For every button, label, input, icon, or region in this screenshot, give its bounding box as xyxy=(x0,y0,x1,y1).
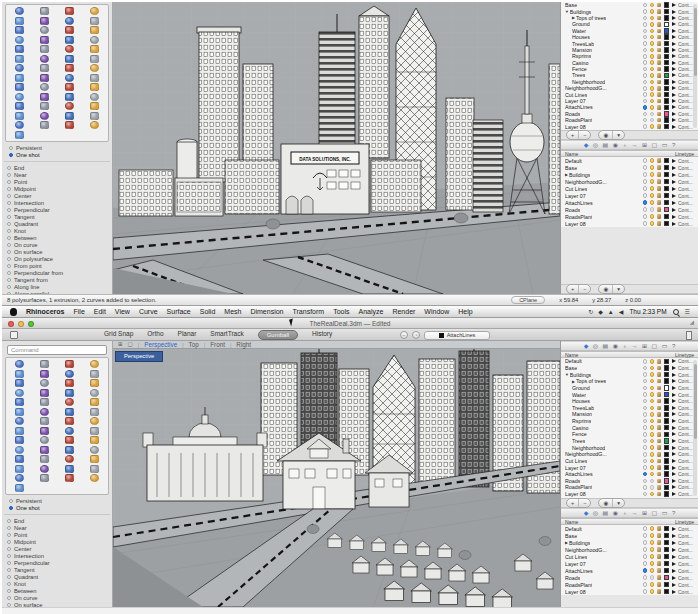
tool-icon[interactable] xyxy=(65,74,74,82)
color-swatch[interactable] xyxy=(664,452,670,458)
menu-item-dimension[interactable]: Dimension xyxy=(250,308,283,315)
layer-row-ground[interactable]: GroundCont... xyxy=(561,385,698,392)
color-swatch[interactable] xyxy=(664,60,670,66)
tool-icon[interactable] xyxy=(40,64,49,72)
layer-row-buildings[interactable]: ▼BuildingsCont... xyxy=(561,371,698,378)
panel-icon[interactable]: ◆ xyxy=(584,343,589,349)
color-swatch[interactable] xyxy=(664,193,670,199)
current-layer-radio[interactable] xyxy=(643,207,648,212)
tool-icon[interactable] xyxy=(65,121,74,129)
panel-icon[interactable]: → xyxy=(632,510,638,516)
zoom-button[interactable] xyxy=(28,321,34,327)
current-layer-radio[interactable] xyxy=(643,386,648,391)
color-swatch[interactable] xyxy=(664,186,670,192)
visibility-bulb-icon[interactable] xyxy=(650,73,655,78)
layer-row-mansion[interactable]: MansionCont... xyxy=(561,47,698,53)
lock-pen-icon[interactable] xyxy=(657,582,662,587)
color-swatch[interactable] xyxy=(664,92,670,98)
checkbox-icon[interactable] xyxy=(7,222,11,226)
lock-pen-icon[interactable] xyxy=(657,419,662,424)
radio-icon[interactable] xyxy=(9,499,13,503)
visibility-bulb-icon[interactable] xyxy=(650,568,655,573)
lock-pen-icon[interactable] xyxy=(657,492,662,497)
visibility-bulb-icon[interactable] xyxy=(650,472,655,477)
visibility-bulb-icon[interactable] xyxy=(650,193,655,198)
layer-row-layer-08[interactable]: Layer 08Cont... xyxy=(561,491,698,498)
tool-icon[interactable] xyxy=(65,26,74,34)
layer-row-cut-lines[interactable]: Cut LinesCont... xyxy=(561,458,698,465)
current-layer-radio[interactable] xyxy=(643,158,648,163)
tool-icon[interactable] xyxy=(40,389,49,397)
visibility-bulb-icon[interactable] xyxy=(650,399,655,404)
layer-row-neighborhood[interactable]: NeighborhoodCont... xyxy=(561,79,698,85)
lock-pen-icon[interactable] xyxy=(657,165,662,170)
tool-icon[interactable] xyxy=(90,408,99,416)
current-layer-radio[interactable] xyxy=(643,193,648,198)
visibility-bulb-icon[interactable] xyxy=(650,179,655,184)
osnap-between[interactable]: Between xyxy=(2,588,112,595)
checkbox-icon[interactable] xyxy=(7,264,11,268)
osnap-on-curve[interactable]: On curve xyxy=(2,595,112,602)
current-layer-radio[interactable] xyxy=(643,118,648,123)
color-swatch[interactable] xyxy=(664,124,670,130)
current-layer-radio[interactable] xyxy=(643,568,648,573)
filter-button[interactable]: ◉ xyxy=(599,285,613,293)
color-swatch[interactable] xyxy=(664,526,670,532)
tool-icon[interactable] xyxy=(40,408,49,416)
menu-item-tools[interactable]: Tools xyxy=(333,308,349,315)
visibility-bulb-icon[interactable] xyxy=(650,589,655,594)
color-swatch[interactable] xyxy=(664,432,670,438)
visibility-bulb-icon[interactable] xyxy=(650,92,655,97)
current-layer-radio[interactable] xyxy=(643,582,648,587)
layer-row-attachlines[interactable]: AttachLinesCont... xyxy=(561,567,698,574)
visibility-bulb-icon[interactable] xyxy=(650,9,655,14)
lock-pen-icon[interactable] xyxy=(657,459,662,464)
single-view-icon[interactable]: ▢ xyxy=(128,342,133,348)
tool-icon[interactable] xyxy=(15,417,24,425)
visibility-bulb-icon[interactable] xyxy=(650,200,655,205)
layer-row-base[interactable]: BaseCont... xyxy=(561,2,698,8)
layer-row-roadsplant[interactable]: RoadsPlantCont... xyxy=(561,581,698,588)
viewport-tab-right[interactable]: Right xyxy=(236,341,251,348)
lock-pen-icon[interactable] xyxy=(657,105,662,110)
panel-icon[interactable]: ◉ xyxy=(613,343,618,349)
color-swatch[interactable] xyxy=(664,200,670,206)
color-swatch[interactable] xyxy=(664,405,670,411)
lock-pen-icon[interactable] xyxy=(657,118,662,123)
layer-row-roads[interactable]: RoadsCont... xyxy=(561,206,698,213)
color-swatch[interactable] xyxy=(664,66,670,72)
layer-row-base[interactable]: BaseCont... xyxy=(561,164,698,171)
lock-pen-icon[interactable] xyxy=(657,425,662,430)
viewport-bottom[interactable]: Perspective xyxy=(113,349,560,607)
menu-item-edit[interactable]: Edit xyxy=(94,308,106,315)
current-layer-radio[interactable] xyxy=(643,112,648,117)
tool-icon[interactable] xyxy=(15,370,24,378)
tool-icon[interactable] xyxy=(15,474,24,482)
lock-pen-icon[interactable] xyxy=(657,124,662,129)
visibility-bulb-icon[interactable] xyxy=(650,118,655,123)
lock-pen-icon[interactable] xyxy=(657,179,662,184)
panel-icon[interactable]: ▢ xyxy=(652,343,658,349)
tool-icon[interactable] xyxy=(90,74,99,82)
checkbox-icon[interactable] xyxy=(7,596,11,600)
checkbox-icon[interactable] xyxy=(7,278,11,282)
visibility-bulb-icon[interactable] xyxy=(650,582,655,587)
menu-item-surface[interactable]: Surface xyxy=(167,308,191,315)
osnap-from-point[interactable]: From point xyxy=(2,263,112,270)
current-layer-radio[interactable] xyxy=(643,465,648,470)
color-swatch[interactable] xyxy=(664,378,670,384)
osnap-center[interactable]: Center xyxy=(2,193,112,200)
color-swatch[interactable] xyxy=(664,214,670,220)
color-swatch[interactable] xyxy=(664,554,670,560)
tool-icon[interactable] xyxy=(90,436,99,444)
layer-row-default[interactable]: DefaultCont... xyxy=(561,525,698,532)
tool-icon[interactable] xyxy=(40,26,49,34)
color-swatch[interactable] xyxy=(664,589,670,595)
color-swatch[interactable] xyxy=(664,575,670,581)
radio-icon[interactable] xyxy=(9,506,13,510)
checkbox-icon[interactable] xyxy=(7,166,11,170)
layer-row-layer-08[interactable]: Layer 08Cont... xyxy=(561,588,698,595)
layer-row-mansion[interactable]: MansionCont... xyxy=(561,411,698,418)
title-bar[interactable]: TheRealDeal.3dm — Edited ◢ xyxy=(2,318,698,329)
lock-pen-icon[interactable] xyxy=(657,359,662,364)
